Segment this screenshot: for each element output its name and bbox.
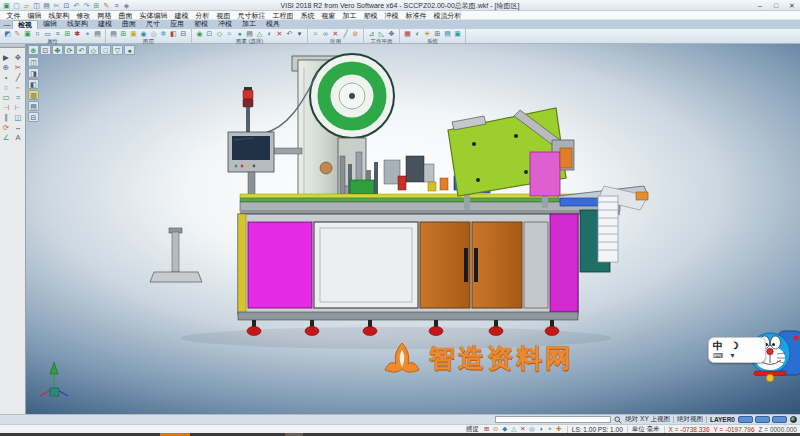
clipping-toggle-icon[interactable]: ▥ [28,90,39,100]
copy-icon[interactable]: ⊡ [62,1,71,10]
reference-view-label[interactable]: 绝对视图 [677,415,703,424]
color-swatch-icon[interactable]: ▣ [23,29,32,38]
iso-view-icon[interactable]: ◇ [88,45,99,55]
invert-selection-icon[interactable]: ◐ [265,29,274,38]
menu-item[interactable]: 视窗 [318,11,339,20]
units-icon[interactable]: ▤ [443,29,452,38]
shaded-view-icon[interactable]: ● [124,45,135,55]
rectangle-icon[interactable]: ▭ [1,93,12,102]
section-z-icon[interactable]: ◧ [28,79,39,89]
new-file-icon[interactable]: ▢ [12,1,21,10]
ribbon-tab[interactable]: 加工 [237,20,261,30]
selection-filter-icon[interactable]: ▾ [295,29,304,38]
menu-item[interactable]: 加工 [339,11,360,20]
ime-keyboard-icon[interactable]: ⌨ [713,351,723,360]
point-icon[interactable]: • [1,73,12,82]
current-layer-icon[interactable]: ▣ [129,29,138,38]
maximize-button[interactable]: □ [768,0,784,11]
ribbon-tab[interactable]: 曲面 [117,20,141,30]
render-icon[interactable]: ✳ [423,29,432,38]
pan-view-icon[interactable]: ✥ [52,45,63,55]
menu-item[interactable]: 线架构 [45,11,73,20]
ribbon-tab[interactable]: 编辑 [38,20,62,30]
layer-color-icon[interactable]: ◧ [169,29,178,38]
minimize-button[interactable]: – [752,0,768,11]
ribbon-tab[interactable]: 冲模 [213,20,237,30]
ribbon-tab[interactable]: 模具 [261,20,285,30]
section-x-icon[interactable]: ◫ [28,57,39,67]
app-logo-icon[interactable]: ▣ [2,1,11,10]
arc-icon[interactable]: ⌢ [13,83,24,92]
delete-app-icon[interactable]: ✕ [331,29,340,38]
cut-icon[interactable]: ✂ [52,1,61,10]
menu-item[interactable]: 实体编辑 [136,11,171,20]
command-input[interactable] [495,416,611,423]
layer-off-icon[interactable]: ◎ [149,29,158,38]
ribbon-collapse-button[interactable]: — [2,20,12,29]
endpoint-snap-icon[interactable]: ◆ [501,425,509,433]
polyline-icon[interactable]: ≈ [13,93,24,102]
angle-dimension-icon[interactable]: ∠ [1,133,12,142]
grid-snap-icon[interactable]: ⊞ [483,425,491,433]
modify-attributes-icon[interactable]: ✎ [13,29,22,38]
explode-icon[interactable]: ✱ [73,29,82,38]
list-icon[interactable]: ≡ [112,1,121,10]
erase-icon[interactable]: ✂ [13,63,24,72]
section-y-icon[interactable]: ◨ [28,68,39,78]
midpoint-snap-icon[interactable]: △ [510,425,518,433]
point-snap-icon[interactable]: ⊙ [492,425,500,433]
origin-snap-icon[interactable]: ⌖ [546,425,554,433]
move-icon[interactable]: ↔ [13,123,24,132]
absolute-view-label[interactable]: 绝对 XY 上视图 [625,415,670,424]
select-icon[interactable]: ▶ [1,53,12,62]
center-snap-icon[interactable]: ◎ [528,425,536,433]
open-file-icon[interactable]: ▱ [22,1,31,10]
top-view-icon[interactable]: □ [100,45,111,55]
workplane-align-icon[interactable]: ◺ [377,29,386,38]
deselect-icon[interactable]: ✕ [275,29,284,38]
mirror-icon[interactable]: ◫ [13,113,24,122]
line-weight-swatch[interactable] [772,416,787,423]
active-layer-label[interactable]: LAYER0 [710,416,735,423]
menu-item[interactable]: 塑模 [360,11,381,20]
line-style-swatch[interactable] [755,416,770,423]
menu-item[interactable]: 曲面 [115,11,136,20]
line-icon[interactable]: ╱ [13,73,24,82]
orbit-icon[interactable]: ⟳ [64,45,75,55]
grid-icon[interactable]: ⊞ [92,1,101,10]
ribbon-tab[interactable]: 塑模 [189,20,213,30]
menu-item[interactable]: 分析 [192,11,213,20]
ribbon-tab[interactable]: 建模 [93,20,117,30]
menu-item[interactable]: 模流分析 [430,11,465,20]
thickness-icon[interactable]: ≡ [53,29,62,38]
settings-icon[interactable]: ▦ [403,29,412,38]
rotate-icon[interactable]: ⟳ [1,123,12,132]
layer-list-icon[interactable]: ▤ [109,29,118,38]
options-icon[interactable]: ◈ [122,1,131,10]
select-all-icon[interactable]: ◉ [195,29,204,38]
select-type-icon[interactable]: △ [255,29,264,38]
active-color-swatch[interactable] [738,416,753,423]
menu-item[interactable]: 尺寸标注 [234,11,269,20]
section-off-icon[interactable]: ⊟ [28,112,39,122]
redo-icon[interactable]: ↷ [82,1,91,10]
menu-item[interactable]: 网格 [94,11,115,20]
text-icon[interactable]: A [13,133,24,142]
menu-item[interactable]: 文件 [3,11,24,20]
menu-item[interactable]: 建模 [171,11,192,20]
display-mode-icon[interactable]: ◐ [413,29,422,38]
linetype-icon[interactable]: ▭ [43,29,52,38]
front-view-icon[interactable]: ▽ [112,45,123,55]
select-color-icon[interactable]: ● [235,29,244,38]
viewport-3d[interactable]: ⊕⊡✥⟳↶◇□▽● ◫◨◧▥▤⊟ [26,44,800,414]
workplane-xy-icon[interactable]: ⊿ [367,29,376,38]
extend-icon[interactable]: ⊢ [13,103,24,112]
last-selection-icon[interactable]: ↶ [285,29,294,38]
layer-on-icon[interactable]: ◉ [139,29,148,38]
save-icon[interactable]: ◫ [32,1,41,10]
freeze-layer-icon[interactable]: ✻ [159,29,168,38]
ortho-icon[interactable]: ✚ [555,425,563,433]
menu-item[interactable]: 标准件 [402,11,430,20]
section-reverse-icon[interactable]: ▤ [28,101,39,111]
print-icon[interactable]: ▤ [42,1,51,10]
